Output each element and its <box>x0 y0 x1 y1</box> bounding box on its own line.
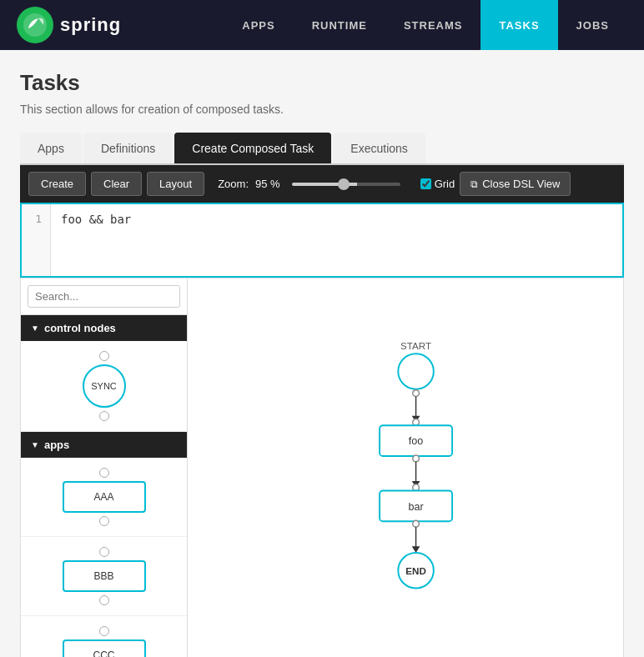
ccc-node-container: CCC <box>21 616 187 657</box>
sidebar-search-input[interactable] <box>28 285 180 308</box>
ccc-top-connector <box>99 626 109 636</box>
ccc-label: CCC <box>93 649 115 657</box>
tab-definitions[interactable]: Definitions <box>83 133 173 163</box>
page-description: This section allows for creation of comp… <box>20 103 624 116</box>
close-dsl-button[interactable]: ⧉ Close DSL View <box>460 172 571 196</box>
tab-executions[interactable]: Executions <box>333 133 425 163</box>
aaa-bottom-connector <box>99 516 109 526</box>
grid-checkbox-container: Grid <box>420 178 455 190</box>
sync-node-container: SYNC <box>21 341 187 432</box>
grid-label: Grid <box>435 178 455 190</box>
window-icon: ⧉ <box>470 178 478 190</box>
zoom-slider[interactable] <box>292 183 400 186</box>
sidebar-search-container <box>21 278 187 315</box>
clear-button[interactable]: Clear <box>91 172 142 196</box>
aaa-node[interactable]: AAA <box>63 481 146 513</box>
control-nodes-triangle: ▼ <box>31 323 39 333</box>
line-number-1: 1 <box>35 213 42 225</box>
end-label: END <box>405 565 425 576</box>
bar-label: bar <box>408 501 423 513</box>
code-editor: 1 foo && bar <box>20 203 624 278</box>
sidebar: ▼ control nodes SYNC ▼ apps AAA <box>21 278 188 657</box>
nav-apps[interactable]: APPS <box>224 0 293 50</box>
foo-input-connector <box>413 419 420 426</box>
foo-label: foo <box>409 435 423 447</box>
page-title: Tasks <box>20 70 624 96</box>
canvas-container: ▼ control nodes SYNC ▼ apps AAA <box>20 278 624 657</box>
close-dsl-label: Close DSL View <box>482 178 560 190</box>
svg-point-0 <box>23 13 47 37</box>
aaa-label: AAA <box>93 491 113 503</box>
nav-tasks[interactable]: TASKS <box>480 0 557 50</box>
bbb-bottom-connector <box>99 595 109 605</box>
foo-output-connector <box>413 455 420 462</box>
bar-input-connector <box>413 484 420 491</box>
tab-apps[interactable]: Apps <box>20 133 82 163</box>
spring-logo <box>17 7 53 43</box>
bbb-top-connector <box>99 547 109 557</box>
code-input[interactable]: foo && bar <box>51 204 622 276</box>
page-content: Tasks This section allows for creation o… <box>0 50 644 657</box>
nav-runtime[interactable]: RUNTIME <box>294 0 385 50</box>
navbar: spring APPS RUNTIME STREAMS TASKS JOBS <box>0 0 644 50</box>
grid-checkbox[interactable] <box>420 178 431 189</box>
apps-header: ▼ apps <box>21 432 187 458</box>
tabs: Apps Definitions Create Composed Task Ex… <box>20 133 624 165</box>
nav-streams[interactable]: STREAMS <box>385 0 481 50</box>
brand-name: spring <box>60 14 121 36</box>
apps-triangle: ▼ <box>31 440 39 449</box>
aaa-top-connector <box>99 468 109 478</box>
zoom-value: 95 % <box>255 178 280 190</box>
bbb-node[interactable]: BBB <box>63 560 146 592</box>
zoom-label: Zoom: <box>218 178 249 190</box>
control-nodes-header: ▼ control nodes <box>21 315 187 341</box>
ccc-node[interactable]: CCC <box>63 639 146 657</box>
diagram-area: START foo <box>188 278 623 657</box>
tab-create-composed-task[interactable]: Create Composed Task <box>174 133 331 163</box>
sync-top-connector <box>99 351 109 361</box>
sync-label: SYNC <box>91 381 117 391</box>
sync-bottom-connector <box>99 411 109 421</box>
control-nodes-label: control nodes <box>44 322 116 334</box>
layout-button[interactable]: Layout <box>147 172 204 196</box>
start-node[interactable] <box>398 354 434 389</box>
nav-links: APPS RUNTIME STREAMS TASKS JOBS <box>224 0 627 50</box>
sync-node[interactable]: SYNC <box>83 364 126 408</box>
create-button[interactable]: Create <box>28 172 86 196</box>
bar-output-connector <box>413 520 420 527</box>
nav-jobs[interactable]: JOBS <box>558 0 627 50</box>
start-output-connector <box>413 390 420 397</box>
aaa-node-container: AAA <box>21 458 187 537</box>
bar-to-end-arrow <box>412 546 420 553</box>
toolbar: Create Clear Layout Zoom: 95 % Grid ⧉ Cl… <box>20 165 624 203</box>
brand: spring <box>17 7 121 43</box>
start-label: START <box>400 340 431 351</box>
line-numbers: 1 <box>22 204 51 276</box>
bbb-label: BBB <box>93 570 113 582</box>
diagram-svg: START foo <box>188 278 623 657</box>
bbb-node-container: BBB <box>21 537 187 616</box>
apps-label: apps <box>44 439 69 451</box>
